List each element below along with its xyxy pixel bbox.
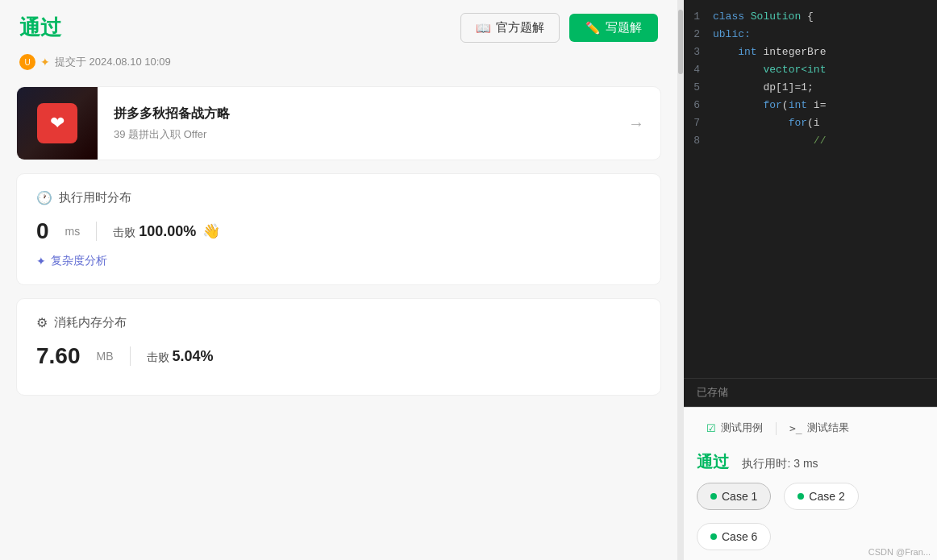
top-actions: 📖 官方题解 ✏️ 写题解 (460, 13, 658, 43)
beat-text: 击败 100.00% 👋 (113, 222, 220, 240)
result-pass-text: 通过 (697, 453, 729, 471)
case-dot-2 (797, 493, 804, 500)
time-value-row: 0 ms 击败 100.00% 👋 (36, 218, 641, 244)
time-stats-header: 🕐 执行用时分布 (36, 190, 641, 205)
study-card-content: 拼多多秋招备战方略 39 题拼出入职 Offer (98, 93, 612, 155)
heart-logo: ❤ (37, 103, 77, 143)
checkbox-icon: ☑ (706, 422, 716, 434)
edit-icon: ✏️ (585, 21, 601, 35)
memory-stats-header: ⚙ 消耗内存分布 (36, 315, 641, 330)
divider2 (130, 346, 131, 366)
line-content: for(i (713, 117, 820, 129)
result-time-text: 执行用时: 3 ms (742, 457, 818, 470)
code-line-6: 6 for(int i= (684, 98, 937, 116)
time-value: 0 (36, 218, 49, 244)
saved-bar: 已存储 (684, 378, 937, 407)
study-card-subtitle: 39 题拼出入职 Offer (114, 127, 596, 142)
time-stats-section: 🕐 执行用时分布 0 ms 击败 100.00% 👋 ✦ 复杂度分析 (16, 173, 661, 285)
time-unit: ms (65, 225, 81, 238)
memory-beat-text: 击败 5.04% (147, 348, 214, 365)
line-content: for(int i= (713, 99, 826, 111)
case-label-6: Case 6 (722, 530, 757, 543)
case-dot-6 (710, 533, 717, 540)
line-number: 8 (684, 135, 713, 147)
code-editor[interactable]: 1 class Solution { 2 ublic: 3 int intege… (684, 0, 937, 378)
watermark: CSDN @Fran... (868, 547, 931, 557)
memory-value-row: 7.60 MB 击败 5.04% (36, 343, 641, 369)
study-card[interactable]: ❤ 拼多多秋招备战方略 39 题拼出入职 Offer → (16, 86, 661, 160)
code-line-7: 7 for(i (684, 116, 937, 134)
spark-icon: ✦ (40, 56, 50, 68)
code-line-3: 3 int integerBre (684, 45, 937, 63)
case-item-6[interactable]: Case 6 (697, 523, 771, 550)
beat-percent: 100.00% (139, 223, 196, 239)
case-item-2[interactable]: Case 2 (784, 483, 858, 510)
code-line-8: 8 // (684, 134, 937, 151)
official-solution-button[interactable]: 📖 官方题解 (460, 13, 560, 43)
line-content: vector<int (713, 64, 826, 76)
code-line-4: 4 vector<int (684, 63, 937, 81)
saved-label: 已存储 (697, 386, 728, 398)
avatar: U (19, 54, 35, 70)
case-dot-1 (710, 493, 717, 500)
memory-stats-section: ⚙ 消耗内存分布 7.60 MB 击败 5.04% (16, 298, 661, 396)
line-content: ublic: (713, 28, 751, 40)
scroll-thumb[interactable] (678, 10, 683, 74)
memory-stats-label: 消耗内存分布 (54, 315, 127, 330)
tab-test-case-label: 测试用例 (721, 421, 763, 435)
line-number: 5 (684, 81, 713, 93)
hand-emoji: 👋 (202, 223, 220, 239)
study-card-title: 拼多多秋招备战方略 (114, 106, 596, 122)
complexity-link[interactable]: ✦ 复杂度分析 (36, 254, 641, 268)
case-item-1[interactable]: Case 1 (697, 483, 771, 510)
memory-beat-percent: 5.04% (172, 348, 213, 364)
study-card-image: ❤ (17, 87, 98, 160)
top-bar: 通过 📖 官方题解 ✏️ 写题解 (0, 0, 677, 52)
line-content: int integerBre (713, 46, 826, 58)
clock-icon: 🕐 (36, 190, 52, 205)
spark-diamond-icon: ✦ (36, 255, 46, 268)
memory-icon: ⚙ (36, 315, 48, 330)
code-line-5: 5 dp[1]=1; (684, 81, 937, 98)
result-section: 通过 执行用时: 3 ms Case 1 Case 2 Case 6 (684, 442, 937, 560)
left-scrollbar[interactable] (677, 0, 684, 560)
bottom-panel: ☑ 测试用例 >_ 测试结果 通过 执行用时: 3 ms Case 1 Case… (684, 407, 937, 560)
memory-unit: MB (97, 350, 114, 363)
memory-value: 7.60 (36, 343, 81, 369)
right-panel: 1 class Solution { 2 ublic: 3 int intege… (684, 0, 937, 560)
tab-test-result-label: 测试结果 (807, 421, 849, 435)
submit-info: U ✦ 提交于 2024.08.10 10:09 (0, 52, 677, 80)
line-number: 7 (684, 117, 713, 129)
divider (96, 222, 97, 241)
arrow-icon: → (612, 114, 660, 133)
cases-row: Case 1 Case 2 Case 6 (697, 483, 924, 550)
book-icon: 📖 (476, 21, 491, 35)
tab-test-case[interactable]: ☑ 测试用例 (697, 416, 773, 442)
line-content: class Solution { (713, 10, 814, 23)
tab-test-result[interactable]: >_ 测试结果 (780, 416, 859, 442)
code-line-2: 2 ublic: (684, 27, 937, 45)
time-stats-label: 执行用时分布 (59, 190, 131, 205)
line-number: 3 (684, 46, 713, 58)
line-number: 2 (684, 28, 713, 40)
write-solution-button[interactable]: ✏️ 写题解 (569, 14, 658, 42)
terminal-icon: >_ (789, 422, 802, 434)
code-line-1: 1 class Solution { (684, 10, 937, 27)
pass-title: 通过 (19, 14, 61, 42)
line-number: 1 (684, 10, 713, 23)
line-content: dp[1]=1; (713, 81, 814, 93)
case-label-1: Case 1 (722, 490, 757, 503)
tabs-row: ☑ 测试用例 >_ 测试结果 (684, 408, 937, 442)
complexity-label: 复杂度分析 (51, 254, 107, 268)
tab-separator (776, 422, 777, 435)
left-panel: 通过 📖 官方题解 ✏️ 写题解 U ✦ 提交于 2024.08.10 10:0… (0, 0, 677, 560)
line-content: // (713, 135, 826, 147)
line-number: 4 (684, 64, 713, 76)
submit-date: 提交于 2024.08.10 10:09 (55, 55, 171, 69)
case-label-2: Case 2 (809, 490, 844, 503)
line-number: 6 (684, 99, 713, 111)
